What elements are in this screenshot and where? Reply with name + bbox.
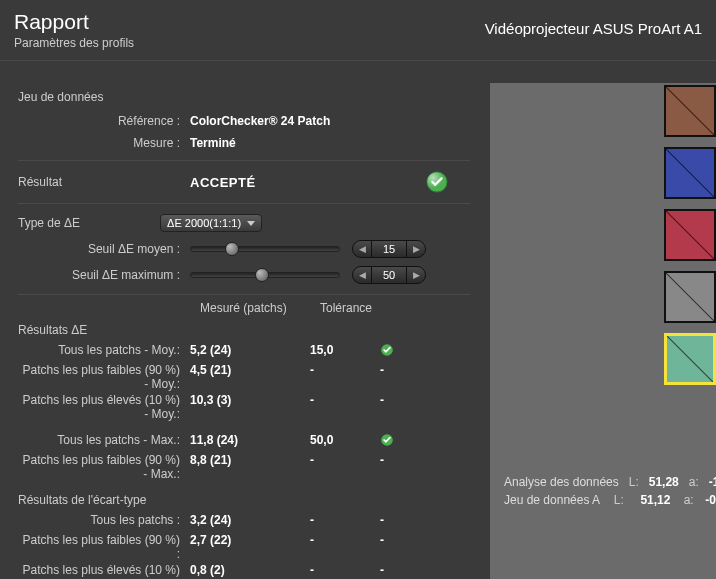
slider-thumb[interactable] (255, 268, 269, 282)
deltae-type-dropdown[interactable]: ΔE 2000(1:1:1) (160, 214, 262, 232)
row-tolerance: - (310, 563, 380, 577)
page-title: Rapport (14, 10, 134, 34)
row-label: Patchs les plus faibles (90 %) - Moy.: (18, 363, 190, 391)
row-label: Tous les patchs : (18, 513, 190, 527)
table-row: Patchs les plus faibles (90 %) - Max.:8,… (18, 453, 470, 481)
row-status: - (380, 393, 410, 407)
row-label: Patchs les plus élevés (10 %) - Moy.: (18, 393, 190, 421)
row-tolerance: 15,0 (310, 343, 380, 357)
tolerance-header: Tolérance (320, 301, 390, 315)
result-value: ACCEPTÉ (190, 175, 256, 190)
max-threshold-slider[interactable] (190, 272, 340, 278)
row-status: - (380, 363, 410, 377)
divider (0, 60, 716, 61)
avg-threshold-value: 15 (371, 241, 407, 257)
row-measured: 10,3 (3) (190, 393, 310, 407)
table-row: Patchs les plus élevés (10 %) :0,8 (2)-- (18, 563, 470, 579)
a-label: a: (684, 493, 696, 507)
analysis-row2-label: Jeu de données A (504, 493, 604, 507)
truncated-profile-name (18, 65, 470, 82)
swatch-column (664, 85, 716, 395)
a-label: a: (689, 475, 699, 489)
row-status: - (380, 513, 410, 527)
analysis-row1-label: Analyse des données (504, 475, 619, 489)
color-swatch[interactable] (664, 85, 716, 137)
table-row: Patchs les plus élevés (10 %) - Moy.:10,… (18, 393, 470, 421)
slider-thumb[interactable] (225, 242, 239, 256)
check-icon (380, 343, 394, 357)
row-label: Patchs les plus faibles (90 %) - Max.: (18, 453, 190, 481)
max-threshold-stepper[interactable]: ◀ 50 ▶ (352, 266, 426, 284)
stepper-increment[interactable]: ▶ (407, 241, 425, 257)
accepted-check-icon (426, 171, 448, 193)
analysis-readout: Analyse des données L: 51,28 a: -1 Jeu d… (504, 475, 716, 511)
row-label: Tous les patchs - Max.: (18, 433, 190, 447)
chevron-down-icon (247, 221, 255, 226)
analysis-row1-L: 51,28 (649, 475, 679, 489)
row-tolerance: 50,0 (310, 433, 380, 447)
row-status: - (380, 563, 410, 577)
row-measured: 2,7 (22) (190, 533, 310, 547)
app-header: Rapport Paramètres des profils Vidéoproj… (0, 0, 716, 56)
result-label: Résultat (18, 175, 190, 189)
color-swatch[interactable] (664, 209, 716, 261)
row-tolerance: - (310, 513, 380, 527)
table-row: Patchs les plus faibles (90 %) :2,7 (22)… (18, 533, 470, 561)
deltae-type-value: ΔE 2000(1:1:1) (167, 217, 241, 229)
table-row: Tous les patchs - Moy.:5,2 (24)15,0 (18, 343, 470, 361)
analysis-row2-a: -0 (705, 493, 716, 507)
row-tolerance: - (310, 533, 380, 547)
max-threshold-value: 50 (371, 267, 407, 283)
row-label: Tous les patchs - Moy.: (18, 343, 190, 357)
row-label: Patchs les plus faibles (90 %) : (18, 533, 190, 561)
analysis-row2-L: 51,12 (640, 493, 673, 507)
stepper-increment[interactable]: ▶ (407, 267, 425, 283)
deltae-type-label: Type de ΔE (18, 216, 160, 230)
table-row: Tous les patchs - Max.:11,8 (24)50,0 (18, 433, 470, 451)
measure-value: Terminé (190, 136, 236, 150)
row-tolerance: - (310, 363, 380, 377)
stepper-decrement[interactable]: ◀ (353, 241, 371, 257)
color-swatch[interactable] (664, 333, 716, 385)
dataset-section-title: Jeu de données (18, 82, 470, 110)
analysis-row1-a: -1 (709, 475, 716, 489)
row-tolerance: - (310, 393, 380, 407)
L-label: L: (614, 493, 631, 507)
measured-header: Mesuré (patchs) (200, 301, 320, 315)
row-measured: 11,8 (24) (190, 433, 310, 447)
row-measured: 8,8 (21) (190, 453, 310, 467)
row-measured: 0,8 (2) (190, 563, 310, 577)
row-measured: 4,5 (21) (190, 363, 310, 377)
stepper-decrement[interactable]: ◀ (353, 267, 371, 283)
table-row: Tous les patchs :3,2 (24)-- (18, 513, 470, 531)
row-status (380, 433, 410, 450)
page-subtitle: Paramètres des profils (14, 36, 134, 50)
avg-threshold-slider[interactable] (190, 246, 340, 252)
check-icon (380, 433, 394, 447)
measure-label: Mesure : (18, 136, 190, 150)
max-threshold-label: Seuil ΔE maximum : (18, 268, 190, 282)
results-section-title: Résultats ΔE (18, 321, 470, 343)
row-tolerance: - (310, 453, 380, 467)
reference-label: Référence : (18, 114, 190, 128)
row-label: Patchs les plus élevés (10 %) : (18, 563, 190, 579)
row-measured: 3,2 (24) (190, 513, 310, 527)
table-row: Patchs les plus faibles (90 %) - Moy.:4,… (18, 363, 470, 391)
std-section-title: Résultats de l'écart-type (18, 483, 470, 513)
avg-threshold-stepper[interactable]: ◀ 15 ▶ (352, 240, 426, 258)
avg-threshold-label: Seuil ΔE moyen : (18, 242, 190, 256)
reference-value: ColorChecker® 24 Patch (190, 114, 330, 128)
color-swatch[interactable] (664, 147, 716, 199)
row-measured: 5,2 (24) (190, 343, 310, 357)
left-panel: Jeu de données Référence : ColorChecker®… (0, 65, 480, 579)
device-name: Vidéoprojecteur ASUS ProArt A1 (485, 20, 702, 37)
color-swatch[interactable] (664, 271, 716, 323)
L-label: L: (629, 475, 639, 489)
row-status (380, 343, 410, 360)
row-status: - (380, 453, 410, 467)
row-status: - (380, 533, 410, 547)
